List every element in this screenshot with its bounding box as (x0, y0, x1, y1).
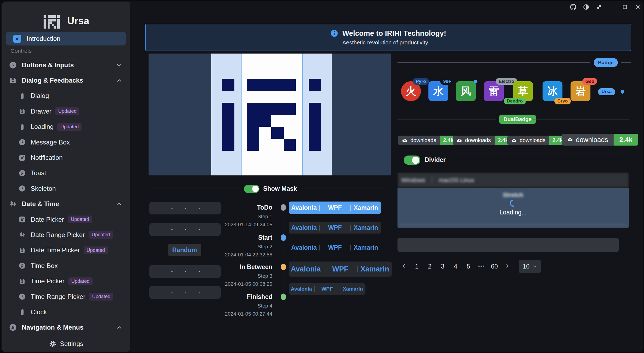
ip-input-3[interactable] (149, 265, 221, 278)
updated-badge: Updated (89, 231, 113, 239)
app-window: Ursa Introduction Controls Buttons & Inp… (0, 0, 644, 353)
button-xamarin[interactable]: Xamarin (351, 224, 381, 231)
pagination-page-1[interactable]: 1 (412, 260, 421, 273)
sidebar-item-dialog-feedbacks[interactable]: Dialog & Feedbacks (6, 73, 126, 88)
sidebar-item-date-range-picker[interactable]: Date Range PickerUpdated (6, 227, 126, 242)
maximize-button[interactable] (621, 4, 628, 11)
ip-input-4[interactable] (149, 286, 221, 299)
step-sub: Step 1 (258, 214, 272, 220)
fullscreen-button[interactable] (596, 4, 603, 11)
date-picker-icon (19, 216, 26, 223)
count-badge-geo: Geo (582, 78, 597, 85)
divider-toggle[interactable] (404, 156, 420, 165)
sidebar-item-message-box[interactable]: Message Box (6, 135, 126, 150)
sidebar-item-navigation-menus[interactable]: Navigation & Menus (6, 320, 126, 335)
step-time: 2024-01-05 00:08:29 (225, 281, 272, 287)
github-button[interactable] (570, 4, 577, 11)
close-icon (635, 4, 641, 11)
sidebar-item-time-range-picker[interactable]: Time Range PickerUpdated (6, 289, 126, 304)
pagination-page-3[interactable]: 3 (438, 260, 447, 273)
button-wpf[interactable]: WPF (320, 204, 350, 211)
titlebar-controls (570, 2, 641, 13)
step-title: ToDo (257, 204, 272, 211)
download-cloud-icon (567, 137, 573, 143)
pagination-next-button[interactable] (503, 260, 512, 273)
pagination-page-5[interactable]: 5 (464, 260, 473, 273)
sidebar-item-date-time-picker[interactable]: Date Time PickerUpdated (6, 243, 126, 258)
count-badge-pyro: Pyro (413, 78, 429, 85)
pagination-page-2[interactable]: 2 (425, 260, 434, 273)
count-badge-cryo: Cryo (554, 98, 571, 104)
sidebar-item-clock[interactable]: Clock (6, 304, 126, 320)
button-avalonia[interactable]: Avalonia (289, 244, 319, 251)
button-xamarin[interactable]: Xamarin (340, 286, 365, 292)
random-button[interactable]: Random (168, 244, 201, 256)
ip-input-1[interactable] (149, 202, 221, 214)
sidebar-item-buttons-inputs[interactable]: Buttons & Inputs (6, 57, 126, 73)
loading-panel-body: Stretch Loading... (397, 188, 629, 228)
button-avalonia[interactable]: Avalonia (289, 204, 319, 211)
sidebar-item-notification[interactable]: Notification (6, 150, 126, 165)
pagination-ellipsis[interactable]: ••• (477, 260, 486, 273)
sidebar-section-label: Controls (10, 48, 31, 54)
dualbadge-divider-line-left (397, 119, 496, 119)
step-dot-todo (281, 204, 286, 211)
theme-toggle-button[interactable] (583, 4, 590, 11)
updated-badge: Updated (89, 293, 113, 301)
pagination-page-4[interactable]: 4 (451, 260, 460, 273)
sidebar-item-toast[interactable]: Toast (6, 165, 126, 181)
button-xamarin[interactable]: Xamarin (351, 244, 381, 251)
sidebar-item-label: Toast (31, 169, 46, 177)
close-button[interactable] (634, 4, 641, 11)
show-mask-toggle[interactable] (244, 185, 259, 193)
ip-input-2[interactable] (149, 223, 221, 236)
ursa-logo-icon (43, 12, 60, 30)
download-cloud-icon (402, 137, 408, 143)
sidebar-item-date-picker[interactable]: Date PickerUpdated (6, 212, 126, 227)
text-input[interactable] (397, 238, 619, 252)
button-wpf[interactable]: WPF (315, 286, 340, 292)
updated-badge: Updated (68, 277, 93, 285)
sidebar-item-loading[interactable]: LoadingUpdated (6, 119, 126, 135)
button-avalonia[interactable]: Avalonia (289, 265, 323, 273)
dual-badge-value: 2.4k (614, 134, 639, 146)
button-xamarin[interactable]: Xamarin (351, 204, 381, 211)
settings-label: Settings (60, 340, 83, 348)
sidebar-section-divider (8, 57, 126, 57)
settings-button[interactable]: Settings (2, 336, 130, 352)
sidebar-item-label: Dialog & Feedbacks (22, 77, 83, 84)
time-range-picker-icon (19, 293, 26, 300)
navigation-menus-icon (9, 323, 17, 331)
button-avalonia[interactable]: Avalonia (289, 286, 314, 292)
pagination-prev-button[interactable] (399, 260, 409, 273)
pagination-page-60[interactable]: 60 (490, 260, 499, 273)
date-time-picker-icon (19, 247, 26, 254)
sidebar-item-time-picker[interactable]: Time PickerUpdated (6, 273, 126, 289)
sidebar-item-dialog[interactable]: Dialog (6, 88, 126, 104)
chevron-up-icon (116, 77, 122, 84)
button-xamarin[interactable]: Xamarin (358, 265, 392, 273)
irihi-logo-image (149, 54, 391, 175)
show-mask-label: Show Mask (263, 185, 297, 192)
sidebar-item-skeleton[interactable]: Skeleton (6, 181, 126, 196)
standalone-dot-badge (621, 90, 624, 94)
sidebar-item-time-box[interactable]: Time Box (6, 258, 126, 273)
button-avalonia[interactable]: Avalonia (289, 224, 319, 231)
sidebar-item-label: Introduction (27, 35, 60, 43)
button-wpf[interactable]: WPF (323, 265, 357, 273)
dual-badge-label: downloads (410, 137, 436, 143)
sidebar-item-date-time[interactable]: Date & Time (6, 196, 126, 212)
dual-badge-label: downloads (520, 137, 546, 143)
banner-title: Welcome to IRIHI Technology! (342, 29, 446, 38)
sidebar-item-introduction[interactable]: Introduction (6, 32, 126, 45)
maximize-icon (622, 4, 628, 11)
loading-panel: Windows macOS Linux Stretch Loading... (397, 172, 629, 228)
button-wpf[interactable]: WPF (320, 224, 350, 231)
minimize-button[interactable] (608, 4, 615, 11)
page-size-select[interactable]: 10 (519, 260, 541, 273)
gear-icon (49, 340, 56, 347)
button-wpf[interactable]: WPF (320, 244, 350, 251)
loading-panel-header: Windows macOS Linux (397, 172, 629, 188)
sidebar-item-drawer[interactable]: DrawerUpdated (6, 104, 126, 119)
sidebar-item-label: Time Picker (31, 277, 65, 285)
